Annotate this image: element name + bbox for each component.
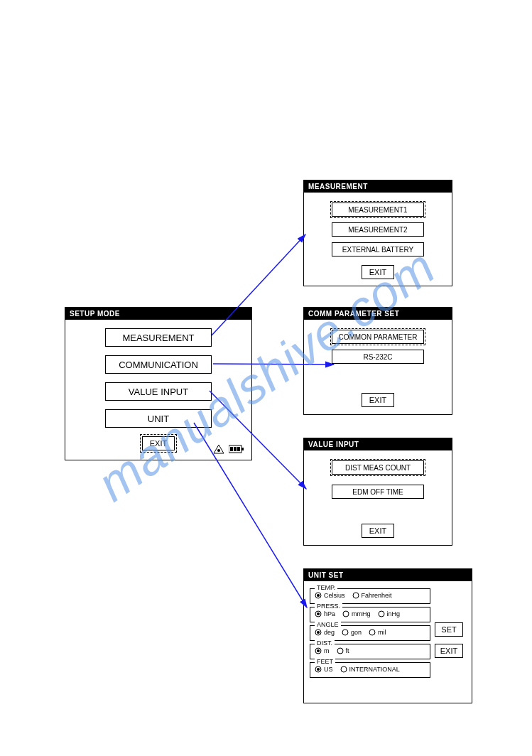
group-press: PRESS. hPa mmHg inHg: [310, 607, 430, 622]
setup-exit-button[interactable]: EXIT: [142, 436, 175, 450]
menu-value-input[interactable]: VALUE INPUT: [105, 382, 212, 401]
menu-communication[interactable]: COMMUNICATION: [105, 355, 212, 374]
svg-point-12: [379, 611, 384, 617]
measurement-title: MEASUREMENT: [304, 180, 452, 193]
svg-point-0: [217, 449, 220, 452]
value-input-exit-button[interactable]: EXIT: [362, 524, 394, 538]
radio-fahrenheit[interactable]: Fahrenheit: [352, 592, 392, 599]
radio-inhg[interactable]: inHg: [378, 610, 401, 617]
svg-rect-4: [234, 447, 237, 451]
menu-unit[interactable]: UNIT: [105, 409, 212, 428]
svg-point-21: [317, 668, 320, 671]
group-angle-label: ANGLE: [315, 621, 341, 628]
unit-set-title: UNIT SET: [304, 569, 472, 581]
menu-measurement[interactable]: MEASUREMENT: [105, 328, 212, 347]
svg-point-8: [353, 593, 359, 598]
group-dist: DIST. m ft: [310, 644, 430, 659]
option-edm-off-time[interactable]: EDM OFF TIME: [332, 485, 424, 499]
value-input-title: VALUE INPUT: [304, 438, 452, 450]
group-feet: FEET US INTERNATIONAL: [310, 662, 430, 678]
svg-rect-3: [230, 447, 233, 451]
setup-mode-title: SETUP MODE: [65, 308, 251, 320]
svg-point-11: [343, 611, 349, 617]
value-input-window: VALUE INPUT DIST MEAS COUNT EDM OFF TIME…: [303, 438, 452, 546]
battery-icon: [229, 445, 244, 453]
group-temp-label: TEMP.: [315, 584, 337, 591]
svg-point-7: [317, 594, 320, 597]
svg-rect-2: [241, 448, 244, 450]
comm-exit-button[interactable]: EXIT: [362, 393, 394, 407]
option-measurement1[interactable]: MEASUREMENT1: [332, 202, 424, 217]
comm-parameter-window: COMM PARAMETER SET COMMON PARAMETER RS-2…: [303, 307, 452, 415]
radio-hpa[interactable]: hPa: [315, 610, 335, 617]
svg-point-10: [317, 612, 320, 615]
radio-us[interactable]: US: [315, 666, 333, 673]
radio-deg[interactable]: deg: [315, 629, 335, 636]
svg-rect-5: [237, 447, 240, 451]
group-temp: TEMP. Celsius Fahrenheit: [310, 588, 430, 604]
option-external-battery[interactable]: EXTERNAL BATTERY: [332, 242, 424, 256]
measurement-window: MEASUREMENT MEASUREMENT1 MEASUREMENT2 EX…: [303, 180, 452, 286]
radio-international[interactable]: INTERNATIONAL: [340, 666, 400, 673]
group-feet-label: FEET: [315, 658, 335, 665]
measurement-exit-button[interactable]: EXIT: [362, 265, 394, 279]
status-icons: [213, 444, 244, 454]
svg-point-18: [317, 649, 320, 652]
option-measurement2[interactable]: MEASUREMENT2: [332, 222, 424, 237]
radio-gon[interactable]: gon: [342, 629, 362, 636]
setup-mode-window: SETUP MODE MEASUREMENT COMMUNICATION VAL…: [65, 307, 252, 460]
group-angle: ANGLE deg gon mil: [310, 625, 430, 641]
radio-ft[interactable]: ft: [337, 647, 349, 654]
laser-icon: [213, 444, 224, 454]
radio-mmhg[interactable]: mmHg: [342, 610, 371, 617]
svg-point-16: [369, 630, 375, 635]
group-press-label: PRESS.: [315, 603, 342, 610]
svg-point-22: [341, 666, 347, 672]
comm-parameter-title: COMM PARAMETER SET: [304, 308, 452, 320]
radio-celsius[interactable]: Celsius: [315, 592, 345, 599]
svg-point-19: [337, 648, 343, 654]
svg-point-15: [342, 630, 348, 635]
svg-point-14: [317, 631, 320, 634]
radio-m[interactable]: m: [315, 647, 330, 654]
unit-exit-button[interactable]: EXIT: [435, 644, 463, 658]
option-common-parameter[interactable]: COMMON PARAMETER: [332, 330, 424, 344]
option-dist-meas-count[interactable]: DIST MEAS COUNT: [332, 460, 424, 475]
radio-mil[interactable]: mil: [369, 629, 386, 636]
unit-set-window: UNIT SET TEMP. Celsius Fahrenheit PRESS.: [303, 568, 472, 703]
group-dist-label: DIST.: [315, 639, 335, 647]
option-rs232c[interactable]: RS-232C: [332, 350, 424, 364]
unit-set-button[interactable]: SET: [435, 622, 463, 637]
